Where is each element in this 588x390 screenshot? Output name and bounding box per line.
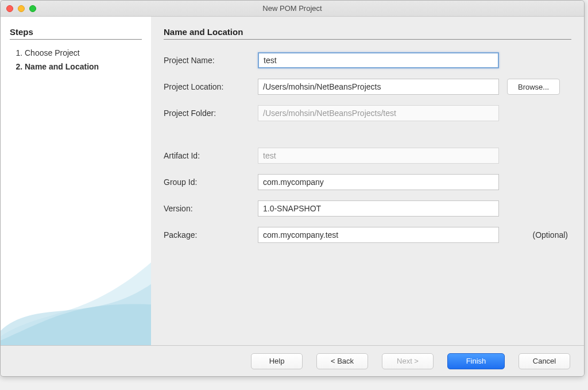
package-input[interactable] (258, 227, 499, 243)
step-name-and-location: Name and Location (25, 60, 142, 74)
help-button[interactable]: Help (251, 353, 303, 369)
dialog-window: New POM Project Steps Choose Project Nam… (0, 0, 585, 377)
maximize-icon[interactable] (29, 5, 36, 12)
project-name-label: Project Name: (164, 56, 250, 65)
browse-button[interactable]: Browse... (507, 79, 560, 95)
version-input[interactable] (258, 200, 499, 217)
finish-button[interactable]: Finish (447, 353, 505, 369)
next-button: Next > (382, 353, 434, 369)
step-choose-project: Choose Project (25, 47, 142, 60)
steps-list: Choose Project Name and Location (10, 47, 142, 74)
project-folder-input (258, 105, 499, 121)
main-heading: Name and Location (164, 27, 571, 40)
project-folder-label: Project Folder: (164, 109, 250, 118)
button-bar: Help < Back Next > Finish Cancel (1, 345, 584, 376)
window-controls (1, 5, 36, 12)
artifact-id-label: Artifact Id: (164, 151, 250, 160)
package-label: Package: (164, 230, 250, 240)
project-location-label: Project Location: (164, 82, 250, 91)
titlebar: New POM Project (1, 1, 584, 17)
artifact-id-input (258, 148, 499, 164)
project-name-input[interactable] (258, 52, 499, 68)
project-location-input[interactable] (258, 79, 499, 95)
minimize-icon[interactable] (18, 5, 25, 12)
dialog-body: Steps Choose Project Name and Location N… (1, 17, 584, 345)
steps-sidebar: Steps Choose Project Name and Location (1, 17, 151, 345)
group-id-input[interactable] (258, 174, 499, 190)
sidebar-decoration (1, 236, 151, 345)
main-panel: Name and Location Project Name: Project … (151, 17, 584, 345)
group-id-label: Group Id: (164, 177, 250, 187)
window-title: New POM Project (1, 4, 584, 13)
close-icon[interactable] (6, 5, 13, 12)
steps-heading: Steps (10, 27, 142, 40)
cancel-button[interactable]: Cancel (519, 353, 570, 369)
version-label: Version: (164, 204, 250, 213)
back-button[interactable]: < Back (316, 353, 368, 369)
package-optional-label: (Optional) (533, 230, 571, 240)
form-grid: Project Name: Project Location: Browse..… (164, 52, 571, 243)
